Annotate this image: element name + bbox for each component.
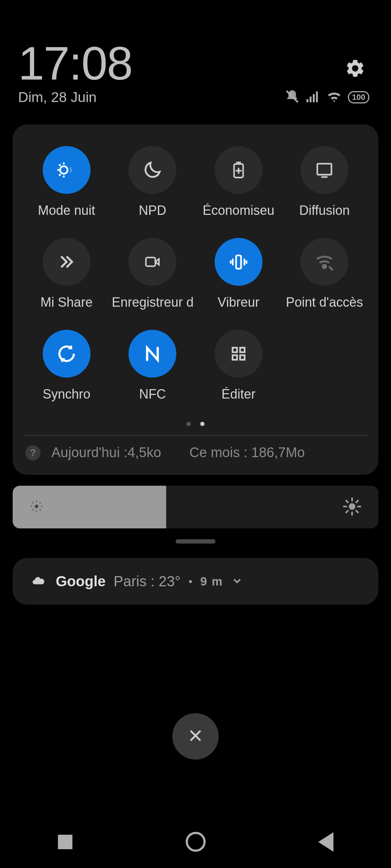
svg-point-27 — [36, 511, 38, 512]
data-month-text: Ce mois : 186,7Mo — [189, 445, 305, 460]
wifi-icon — [326, 88, 342, 106]
svg-rect-23 — [232, 355, 237, 360]
svg-rect-2 — [310, 97, 312, 102]
tile-label: Vibreur — [218, 295, 259, 310]
tile-label: Diffusion — [299, 203, 350, 218]
notification-text: Paris : 23° — [114, 573, 181, 590]
svg-line-20 — [329, 267, 333, 270]
svg-rect-4 — [316, 92, 318, 102]
tile-dnd[interactable]: NPD — [110, 146, 196, 218]
tile-cast[interactable]: Diffusion — [282, 146, 368, 218]
tile-night-mode[interactable]: Mode nuit — [24, 146, 110, 218]
tile-label: Mi Share — [41, 295, 93, 310]
cast-icon — [300, 146, 348, 194]
chevron-down-icon[interactable] — [231, 575, 243, 588]
svg-rect-18 — [236, 255, 241, 269]
clock-time: 17:08 — [18, 36, 132, 90]
nfc-icon — [129, 330, 176, 378]
brightness-low-icon — [29, 499, 44, 515]
tile-vibrate[interactable]: Vibreur — [196, 238, 282, 310]
settings-gear-icon[interactable] — [345, 58, 366, 80]
svg-point-31 — [39, 502, 41, 504]
svg-point-28 — [31, 506, 33, 507]
svg-rect-17 — [146, 258, 155, 266]
svg-rect-15 — [318, 164, 332, 175]
quick-settings-panel: Mode nuit NPD Économiseu Diffusion — [13, 124, 378, 475]
svg-point-26 — [36, 501, 38, 502]
svg-line-10 — [59, 174, 60, 176]
drag-handle[interactable] — [176, 539, 215, 544]
svg-line-9 — [59, 165, 60, 166]
svg-point-30 — [32, 502, 34, 504]
svg-line-42 — [356, 501, 358, 502]
brightness-high-icon — [342, 497, 362, 518]
dismiss-all-button[interactable] — [172, 713, 219, 760]
brightness-slider[interactable] — [13, 486, 378, 528]
cloud-icon — [29, 574, 48, 589]
signal-icon — [305, 89, 320, 106]
svg-rect-3 — [313, 94, 315, 102]
tile-label: Enregistreur d'éc — [112, 295, 193, 310]
tile-sync[interactable]: Synchro — [24, 330, 110, 402]
navigation-bar — [0, 816, 391, 868]
tile-label: Mode nuit — [38, 203, 95, 218]
tile-label: NFC — [139, 387, 166, 402]
svg-point-19 — [323, 265, 326, 268]
tile-mi-share[interactable]: Mi Share — [24, 238, 110, 310]
svg-point-33 — [39, 509, 41, 511]
date-text: Dim, 28 Juin — [18, 89, 97, 105]
notification-separator: • — [189, 575, 193, 588]
tile-nfc[interactable]: NFC — [110, 330, 196, 402]
edit-grid-icon — [215, 330, 262, 378]
svg-point-34 — [349, 503, 355, 510]
notification-app: Google — [56, 573, 106, 590]
svg-line-40 — [356, 510, 358, 512]
recents-button[interactable] — [55, 832, 75, 852]
back-button[interactable] — [316, 832, 336, 852]
tile-edit[interactable]: Éditer — [196, 330, 282, 402]
vibrate-icon — [215, 238, 262, 286]
svg-point-5 — [60, 166, 68, 174]
tile-label: Éditer — [222, 387, 256, 402]
tile-label: NPD — [139, 203, 166, 218]
battery-plus-icon — [215, 146, 262, 194]
svg-line-39 — [346, 501, 348, 502]
weather-notification[interactable]: Google Paris : 23° • 9 m — [13, 558, 378, 605]
tile-label: Économiseu — [203, 203, 274, 218]
page-indicator — [24, 422, 367, 426]
help-icon: ? — [25, 445, 41, 460]
status-bar: 100 — [285, 88, 369, 106]
svg-line-41 — [346, 510, 348, 512]
close-icon — [187, 727, 204, 746]
dot — [186, 422, 191, 426]
moon-icon — [129, 146, 176, 194]
night-mode-icon — [43, 146, 91, 194]
svg-rect-22 — [240, 348, 245, 352]
sync-icon — [43, 330, 91, 378]
svg-point-25 — [35, 505, 39, 509]
dot — [200, 422, 205, 426]
tile-hotspot[interactable]: Point d'accès — [282, 238, 368, 310]
svg-point-32 — [32, 509, 34, 511]
hotspot-icon — [300, 238, 348, 286]
svg-rect-1 — [307, 99, 308, 102]
tile-battery-saver[interactable]: Économiseu — [196, 146, 282, 218]
mi-share-icon — [43, 238, 91, 286]
svg-rect-24 — [240, 355, 245, 360]
notification-time: 9 m — [200, 575, 223, 588]
svg-point-29 — [41, 506, 43, 507]
home-button[interactable] — [186, 832, 206, 852]
svg-rect-21 — [232, 348, 237, 352]
tile-screen-recorder[interactable]: Enregistreur d'éc — [110, 238, 196, 310]
data-usage-row[interactable]: ? Aujourd'hui :4,5ko Ce mois : 186,7Mo — [24, 436, 367, 464]
battery-indicator: 100 — [348, 91, 369, 103]
data-today-text: Aujourd'hui :4,5ko — [51, 445, 161, 460]
mute-icon — [285, 89, 300, 106]
tile-label: Point d'accès — [286, 295, 363, 310]
tile-label: Synchro — [43, 387, 91, 402]
screen-record-icon — [129, 238, 176, 286]
